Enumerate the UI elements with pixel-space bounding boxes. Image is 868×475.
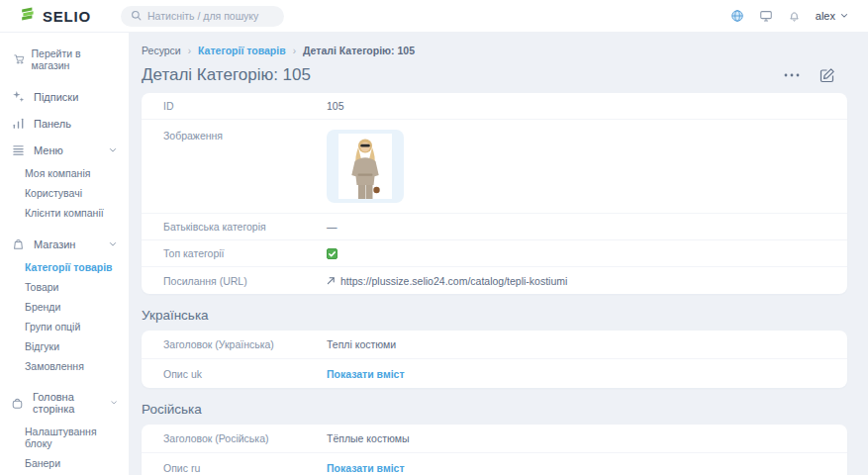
sidebar: Перейти в магазин Підписки Панель [0, 33, 129, 475]
bell-icon[interactable] [788, 9, 801, 23]
row-label: Заголовок (Українська) [163, 338, 327, 350]
main-content: Ресурси › Категорії товарів › Деталі Кат… [129, 33, 868, 475]
breadcrumb-separator: › [293, 46, 296, 56]
row-value: 105 [327, 100, 344, 112]
sidebar-item-orders[interactable]: Замовлення [0, 356, 129, 376]
selio-logo[interactable]: SELIO [20, 6, 91, 26]
detail-row-description-ru: Опис ru Показати вміст [142, 453, 847, 475]
row-label: Батьківська категорія [163, 221, 327, 233]
category-details-card: ID 105 Зображення [142, 93, 847, 294]
row-label: Опис ru [163, 462, 327, 474]
sidebar-item-products[interactable]: Товари [0, 277, 129, 297]
monitor-icon[interactable] [759, 9, 773, 23]
sidebar-label: Меню [34, 144, 63, 156]
sidebar-item-brands[interactable]: Бренди [0, 297, 129, 317]
ukrainian-section-card: Заголовок (Українська) Теплі костюми Опи… [142, 331, 847, 388]
ellipsis-icon [784, 73, 800, 77]
more-options-button[interactable] [784, 73, 800, 77]
hamburger-icon [11, 143, 25, 156]
selio-logo-icon [20, 6, 36, 26]
sidebar-item-go-to-store[interactable]: Перейти в магазин [0, 46, 129, 73]
bar-chart-icon [11, 117, 25, 130]
category-image-thumbnail[interactable] [327, 130, 404, 203]
row-label: Заголовок (Російська) [163, 432, 327, 444]
detail-row-description-uk: Опис uk Показати вміст [142, 359, 847, 388]
detail-row-parent-category: Батьківська категорія — [142, 214, 847, 240]
sparkles-icon [11, 90, 25, 103]
user-menu[interactable]: alex [816, 10, 848, 22]
detail-row-title-uk: Заголовок (Українська) Теплі костюми [142, 331, 847, 359]
sidebar-label: Магазин [34, 238, 75, 250]
homepage-icon [11, 397, 24, 410]
search-input[interactable] [147, 10, 274, 22]
show-content-link[interactable]: Показати вміст [327, 368, 405, 380]
breadcrumb-resources[interactable]: Ресурси [142, 45, 181, 56]
sidebar-item-my-company[interactable]: Моя компанія [0, 163, 129, 183]
checkbox-checked-icon [327, 248, 338, 259]
sidebar-item-product-categories[interactable]: Категорії товарів [0, 257, 129, 277]
edit-pencil-icon [820, 67, 835, 83]
show-content-link[interactable]: Показати вміст [327, 462, 405, 474]
section-title-russian: Російська [142, 402, 847, 417]
detail-row-image: Зображення [142, 120, 847, 214]
breadcrumb-current: Деталі Категорію: 105 [303, 45, 415, 56]
chevron-down-icon [109, 147, 117, 153]
sidebar-label: Головна сторінка [33, 391, 102, 415]
user-name: alex [816, 10, 835, 22]
shopping-bag-icon [11, 238, 25, 250]
sidebar-item-subscriptions[interactable]: Підписки [0, 83, 129, 110]
logo-text: SELIO [43, 8, 91, 25]
breadcrumb-separator: › [188, 46, 191, 56]
chevron-down-icon [109, 241, 117, 247]
russian-section-card: Заголовок (Російська) Тёплые костюмы Опи… [142, 425, 847, 475]
sidebar-item-block-settings[interactable]: Налаштування блоку [0, 422, 129, 453]
global-search[interactable] [121, 6, 284, 27]
sidebar-item-users[interactable]: Користувачі [0, 183, 129, 203]
search-icon [131, 7, 142, 25]
sidebar-item-option-groups[interactable]: Групи опцій [0, 317, 129, 336]
row-label: ID [163, 100, 327, 112]
detail-row-id: ID 105 [142, 93, 847, 120]
sidebar-item-menu[interactable]: Меню [0, 137, 129, 163]
detail-row-url: Посилання (URL) https://plussize.selio24… [142, 267, 847, 294]
external-link-icon [327, 276, 336, 285]
app-window: SELIO [0, 0, 868, 475]
sidebar-item-shop[interactable]: Магазин [0, 231, 129, 257]
sidebar-item-homepage[interactable]: Головна сторінка [0, 384, 129, 422]
language-globe-icon[interactable] [730, 9, 744, 23]
sidebar-label: Підписки [34, 91, 78, 103]
header-actions: alex [730, 9, 848, 23]
row-label: Посилання (URL) [163, 275, 327, 287]
chevron-down-icon [840, 13, 848, 19]
sidebar-item-reviews[interactable]: Відгуки [0, 336, 129, 356]
category-url-link[interactable]: https://plussize.selio24.com/catalog/tep… [340, 275, 567, 287]
row-value: Тёплые костюмы [327, 432, 410, 444]
detail-row-top-category: Топ категорії [142, 240, 847, 267]
section-title-ukrainian: Українська [142, 308, 847, 323]
row-label: Опис uk [163, 368, 327, 380]
detail-row-title-ru: Заголовок (Російська) Тёплые костюмы [142, 425, 847, 453]
sidebar-item-banners[interactable]: Банери [0, 453, 129, 473]
go-to-store-label: Перейти в магазин [32, 48, 119, 71]
breadcrumb: Ресурси › Категорії товарів › Деталі Кат… [142, 45, 847, 56]
top-header: SELIO [0, 0, 868, 33]
row-value: Теплі костюми [327, 338, 396, 350]
cart-icon [14, 53, 26, 65]
page-title: Деталі Категорію: 105 [142, 65, 311, 85]
category-photo [338, 134, 392, 199]
row-value: — [327, 221, 338, 233]
breadcrumb-categories-link[interactable]: Категорії товарів [198, 45, 286, 56]
sidebar-label: Панель [34, 118, 71, 130]
sidebar-item-company-clients[interactable]: Клієнти компанії [0, 203, 129, 223]
row-label: Топ категорії [163, 247, 327, 259]
row-label: Зображення [163, 130, 327, 142]
edit-button[interactable] [820, 67, 835, 83]
chevron-down-icon [111, 400, 117, 406]
sidebar-item-dashboard[interactable]: Панель [0, 110, 129, 137]
